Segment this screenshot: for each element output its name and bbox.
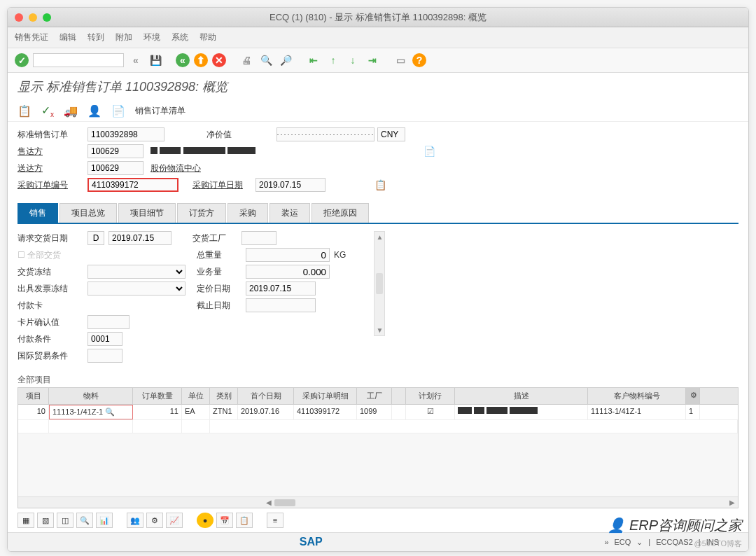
- po-num-label[interactable]: 采购订单编号: [18, 179, 88, 191]
- last-page-icon[interactable]: ⇥: [365, 53, 380, 68]
- po-num-field[interactable]: [88, 178, 178, 192]
- req-date-type[interactable]: [88, 231, 104, 245]
- config-icon[interactable]: ⚙: [146, 513, 163, 528]
- display-icon[interactable]: 👥: [127, 513, 144, 528]
- menu-goto[interactable]: 转到: [88, 32, 104, 43]
- menu-sales-doc[interactable]: 销售凭证: [15, 32, 48, 43]
- copy-icon[interactable]: 📋: [236, 513, 253, 528]
- bill-block-select[interactable]: [88, 282, 186, 296]
- document-flow-icon[interactable]: 📄: [111, 104, 125, 118]
- cell-cat[interactable]: ZTN1: [210, 405, 238, 419]
- save-icon[interactable]: 💾: [148, 53, 163, 68]
- ship-to-label[interactable]: 送达方: [18, 162, 88, 174]
- scroll-right-icon[interactable]: ▶: [729, 499, 735, 506]
- cell-cust-mat[interactable]: 11113-1/41Z-1: [588, 405, 686, 419]
- sold-to-label[interactable]: 售达方: [18, 146, 88, 158]
- tab-reject-reason[interactable]: 拒绝原因: [312, 203, 369, 223]
- costing-icon[interactable]: 📈: [166, 513, 183, 528]
- deliv-block-select[interactable]: [88, 265, 186, 279]
- minimize-button[interactable]: [29, 13, 37, 22]
- col-qty[interactable]: 订单数量: [133, 388, 182, 404]
- command-field[interactable]: [33, 53, 124, 67]
- prev-page-icon[interactable]: ↑: [326, 53, 341, 68]
- col-config-icon[interactable]: ⚙: [686, 388, 700, 404]
- panel-scrollbar[interactable]: ▲ ▼: [374, 231, 385, 336]
- col-plant[interactable]: 工厂: [357, 388, 392, 404]
- scroll-left-icon[interactable]: ◀: [266, 499, 272, 506]
- col-first-date[interactable]: 首个日期: [238, 388, 294, 404]
- menu-extras[interactable]: 附加: [115, 32, 132, 43]
- deliv-plant-field[interactable]: [241, 231, 276, 245]
- req-date-field[interactable]: [108, 231, 172, 245]
- col-blank[interactable]: [392, 388, 406, 404]
- full-deliv-check[interactable]: ☐ 全部交货: [18, 249, 88, 261]
- back-button[interactable]: «: [128, 53, 144, 68]
- deliver-icon[interactable]: 🚚: [64, 104, 78, 118]
- col-desc[interactable]: 描述: [455, 388, 588, 404]
- detail-icon[interactable]: 🔍: [76, 513, 93, 528]
- select-all-icon[interactable]: ▦: [18, 513, 34, 528]
- cancel-icon[interactable]: ✕: [212, 53, 226, 67]
- cell-schedline[interactable]: ☑: [406, 405, 455, 419]
- tab-sales[interactable]: 销售: [18, 203, 58, 223]
- close-button[interactable]: [15, 13, 23, 22]
- sales-order-list-label[interactable]: 销售订单清单: [135, 105, 186, 117]
- cell-qty[interactable]: 11: [133, 405, 182, 419]
- due-date-field[interactable]: [246, 298, 316, 312]
- cell-unit[interactable]: EA: [182, 405, 210, 419]
- deselect-icon[interactable]: ▧: [37, 513, 54, 528]
- block-icon[interactable]: ◫: [57, 513, 74, 528]
- print-icon[interactable]: 🖨: [239, 53, 254, 68]
- status-arrows[interactable]: »: [604, 538, 608, 546]
- cell-first-date[interactable]: 2019.07.16: [238, 405, 294, 419]
- check-icon[interactable]: ✓x: [41, 104, 54, 118]
- next-page-icon[interactable]: ↓: [345, 53, 360, 68]
- incoterms-field[interactable]: [88, 349, 122, 363]
- col-cust-mat[interactable]: 客户物料编号: [588, 388, 686, 404]
- col-schedline[interactable]: 计划行: [406, 388, 455, 404]
- pricing-date-field[interactable]: [246, 282, 316, 296]
- grid-h-scrollbar[interactable]: ◀ ▶: [18, 496, 738, 508]
- menu-system[interactable]: 系统: [172, 32, 188, 43]
- menu-environment[interactable]: 环境: [144, 32, 160, 43]
- first-page-icon[interactable]: ⇤: [306, 53, 321, 68]
- find-icon[interactable]: 🔍: [258, 53, 274, 68]
- col-item[interactable]: 项目: [18, 388, 49, 404]
- po-date-field[interactable]: [255, 178, 326, 192]
- sold-to-field[interactable]: [88, 144, 144, 158]
- table-row[interactable]: 10 11113-1/41Z-1 🔍 11 EA ZTN1 2019.07.16…: [18, 405, 738, 420]
- tab-procurement[interactable]: 采购: [227, 203, 268, 223]
- po-date-label[interactable]: 采购订单日期: [192, 179, 255, 191]
- po-detail-icon[interactable]: 📋: [374, 179, 386, 190]
- cell-blank[interactable]: [392, 405, 406, 419]
- find-next-icon[interactable]: 🔎: [278, 53, 293, 68]
- warning-icon[interactable]: ●: [197, 513, 214, 528]
- scroll-down-icon[interactable]: ▼: [376, 326, 383, 334]
- menu-edit[interactable]: 编辑: [59, 32, 76, 43]
- tab-ordering-party[interactable]: 订货方: [177, 203, 226, 223]
- chevron-down-icon[interactable]: ⌄: [636, 538, 643, 547]
- std-order-field[interactable]: [88, 127, 164, 141]
- cell-plant[interactable]: 1099: [357, 405, 392, 419]
- back-circle-icon[interactable]: «: [176, 53, 190, 67]
- schedule-icon[interactable]: 📅: [216, 513, 233, 528]
- cell-last[interactable]: 1: [686, 405, 700, 419]
- cell-desc[interactable]: [455, 405, 588, 419]
- cell-material[interactable]: 11113-1/41Z-1 🔍: [49, 405, 133, 419]
- col-cat[interactable]: 类别: [210, 388, 238, 404]
- propose-icon[interactable]: 📊: [96, 513, 113, 528]
- scroll-up-icon[interactable]: ▲: [376, 233, 383, 241]
- col-material[interactable]: 物料: [49, 388, 133, 404]
- tab-item-detail[interactable]: 项目细节: [118, 203, 176, 223]
- exit-icon[interactable]: ⬆: [194, 53, 208, 67]
- partner-detail-icon[interactable]: 📄: [424, 146, 435, 157]
- tab-item-overview[interactable]: 项目总览: [59, 203, 117, 223]
- h-scroll-thumb[interactable]: [274, 499, 295, 506]
- card-conf-field[interactable]: [88, 315, 130, 329]
- pay-terms-field[interactable]: [88, 332, 122, 346]
- table-row[interactable]: [18, 420, 738, 433]
- col-po-item[interactable]: 采购订单明细: [294, 388, 357, 404]
- sort-icon[interactable]: ≡: [267, 513, 284, 528]
- new-session-icon[interactable]: ▭: [393, 53, 408, 68]
- status-system[interactable]: ECQ: [615, 538, 631, 546]
